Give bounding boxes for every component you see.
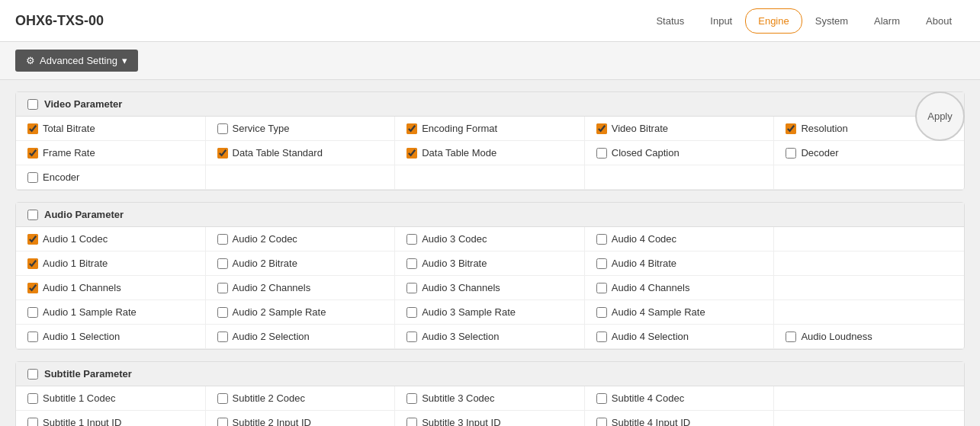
param-label-subtitle2-codec[interactable]: Subtitle 2 Codec <box>233 392 305 404</box>
param-label-audio4-sample-rate[interactable]: Audio 4 Sample Rate <box>612 306 705 318</box>
param-label-service-type[interactable]: Service Type <box>233 123 290 134</box>
param-label-subtitle4-codec[interactable]: Subtitle 4 Codec <box>612 392 684 404</box>
param-label-subtitle3-codec[interactable]: Subtitle 3 Codec <box>422 392 494 404</box>
nav-item-status[interactable]: Status <box>643 8 697 34</box>
param-label-audio-loudness[interactable]: Audio Loudness <box>801 331 872 342</box>
param-checkbox-audio3-sample-rate[interactable] <box>406 307 417 318</box>
param-checkbox-audio3-selection[interactable] <box>406 332 417 342</box>
param-label-audio2-codec[interactable]: Audio 2 Codec <box>233 233 297 245</box>
param-checkbox-video-bitrate[interactable] <box>596 123 607 134</box>
param-checkbox-audio2-bitrate[interactable] <box>217 258 228 269</box>
param-checkbox-subtitle1-codec[interactable] <box>27 393 38 404</box>
param-checkbox-audio4-codec[interactable] <box>596 234 607 245</box>
param-checkbox-subtitle2-input-id[interactable] <box>217 418 228 427</box>
param-checkbox-audio4-bitrate[interactable] <box>596 258 607 269</box>
toolbar: ⚙ Advanced Setting ▾ <box>0 42 980 80</box>
param-checkbox-total-bitrate[interactable] <box>27 123 38 134</box>
param-checkbox-audio2-sample-rate[interactable] <box>217 307 228 318</box>
param-checkbox-audio2-channels[interactable] <box>217 283 228 293</box>
param-checkbox-audio1-channels[interactable] <box>27 283 38 293</box>
param-checkbox-service-type[interactable] <box>217 123 228 134</box>
param-label-audio4-channels[interactable]: Audio 4 Channels <box>612 282 690 293</box>
param-checkbox-audio3-channels[interactable] <box>406 283 417 293</box>
param-label-resolution[interactable]: Resolution <box>801 123 847 134</box>
param-checkbox-audio1-bitrate[interactable] <box>27 258 38 269</box>
param-checkbox-closed-caption[interactable] <box>596 148 607 159</box>
param-label-audio4-selection[interactable]: Audio 4 Selection <box>612 331 689 342</box>
param-label-audio3-selection[interactable]: Audio 3 Selection <box>422 331 499 342</box>
param-checkbox-encoder[interactable] <box>27 172 38 183</box>
section-header-subtitle: Subtitle Parameter <box>16 362 964 386</box>
param-checkbox-data-table-mode[interactable] <box>406 148 417 159</box>
param-label-audio1-channels[interactable]: Audio 1 Channels <box>43 282 121 293</box>
param-label-closed-caption[interactable]: Closed Caption <box>612 147 680 159</box>
nav-item-about[interactable]: About <box>913 8 965 34</box>
param-label-audio3-sample-rate[interactable]: Audio 3 Sample Rate <box>422 306 516 318</box>
param-checkbox-audio2-codec[interactable] <box>217 234 228 245</box>
param-checkbox-subtitle4-input-id[interactable] <box>596 418 607 427</box>
param-label-encoding-format[interactable]: Encoding Format <box>422 123 497 134</box>
param-label-encoder[interactable]: Encoder <box>43 171 79 183</box>
param-label-data-table-mode[interactable]: Data Table Mode <box>422 147 496 159</box>
param-checkbox-subtitle1-input-id[interactable] <box>27 418 38 427</box>
param-checkbox-audio1-sample-rate[interactable] <box>27 307 38 318</box>
param-checkbox-subtitle3-input-id[interactable] <box>406 418 417 427</box>
nav-item-engine[interactable]: Engine <box>745 8 802 34</box>
apply-button[interactable]: Apply <box>915 91 965 141</box>
param-label-audio1-bitrate[interactable]: Audio 1 Bitrate <box>43 258 108 269</box>
param-label-audio3-channels[interactable]: Audio 3 Channels <box>422 282 500 293</box>
section-checkbox-audio[interactable] <box>27 210 38 220</box>
section-checkbox-video[interactable] <box>27 99 38 110</box>
nav-item-input[interactable]: Input <box>697 8 745 34</box>
param-cell-closed-caption: Closed Caption <box>585 141 775 165</box>
param-label-subtitle4-input-id[interactable]: Subtitle 4 Input ID <box>612 417 690 426</box>
param-label-audio4-codec[interactable]: Audio 4 Codec <box>612 233 676 245</box>
param-checkbox-encoding-format[interactable] <box>406 123 417 134</box>
param-label-audio2-selection[interactable]: Audio 2 Selection <box>233 331 310 342</box>
param-checkbox-audio1-selection[interactable] <box>27 332 38 342</box>
param-checkbox-frame-rate[interactable] <box>27 148 38 159</box>
param-checkbox-decoder[interactable] <box>786 148 796 159</box>
param-label-audio4-bitrate[interactable]: Audio 4 Bitrate <box>612 258 676 269</box>
param-checkbox-audio3-codec[interactable] <box>406 234 417 245</box>
param-checkbox-data-table-standard[interactable] <box>217 148 228 159</box>
section-audio: Audio ParameterAudio 1 CodecAudio 2 Code… <box>15 202 965 350</box>
param-cell-subtitle1-codec: Subtitle 1 Codec <box>16 386 206 411</box>
param-checkbox-subtitle4-codec[interactable] <box>596 393 607 404</box>
param-label-subtitle3-input-id[interactable]: Subtitle 3 Input ID <box>422 417 500 426</box>
param-checkbox-audio2-selection[interactable] <box>217 332 228 342</box>
param-label-frame-rate[interactable]: Frame Rate <box>43 147 95 159</box>
param-checkbox-audio4-selection[interactable] <box>596 332 607 342</box>
param-label-audio2-bitrate[interactable]: Audio 2 Bitrate <box>233 258 297 269</box>
param-label-audio3-codec[interactable]: Audio 3 Codec <box>422 233 487 245</box>
param-label-video-bitrate[interactable]: Video Bitrate <box>612 123 668 134</box>
param-label-subtitle1-input-id[interactable]: Subtitle 1 Input ID <box>43 417 121 426</box>
param-label-audio2-sample-rate[interactable]: Audio 2 Sample Rate <box>233 306 326 318</box>
param-label-decoder[interactable]: Decoder <box>801 147 838 159</box>
param-checkbox-resolution[interactable] <box>786 123 796 134</box>
param-cell-audio4-selection: Audio 4 Selection <box>585 325 775 349</box>
param-label-subtitle2-input-id[interactable]: Subtitle 2 Input ID <box>233 417 311 426</box>
param-label-data-table-standard[interactable]: Data Table Standard <box>233 147 323 159</box>
nav-item-alarm[interactable]: Alarm <box>861 8 913 34</box>
param-cell-subtitle2-input-id: Subtitle 2 Input ID <box>206 411 396 426</box>
param-checkbox-audio1-codec[interactable] <box>27 234 38 245</box>
nav-item-system[interactable]: System <box>802 8 861 34</box>
param-checkbox-audio3-bitrate[interactable] <box>406 258 417 269</box>
param-checkbox-audio-loudness[interactable] <box>786 332 796 342</box>
param-checkbox-audio4-sample-rate[interactable] <box>596 307 607 318</box>
param-checkbox-subtitle2-codec[interactable] <box>217 393 228 404</box>
advanced-setting-button[interactable]: ⚙ Advanced Setting ▾ <box>15 50 138 72</box>
param-label-audio2-channels[interactable]: Audio 2 Channels <box>233 282 311 293</box>
param-checkbox-subtitle3-codec[interactable] <box>406 393 417 404</box>
param-label-audio1-codec[interactable]: Audio 1 Codec <box>43 233 108 245</box>
param-label-subtitle1-codec[interactable]: Subtitle 1 Codec <box>43 392 115 404</box>
section-checkbox-subtitle[interactable] <box>27 369 38 380</box>
param-label-audio3-bitrate[interactable]: Audio 3 Bitrate <box>422 258 487 269</box>
param-label-total-bitrate[interactable]: Total Bitrate <box>43 123 95 134</box>
param-cell-subtitle3-codec: Subtitle 3 Codec <box>395 386 585 411</box>
param-label-audio1-selection[interactable]: Audio 1 Selection <box>43 331 120 342</box>
param-checkbox-audio4-channels[interactable] <box>596 283 607 293</box>
param-cell-audio3-channels: Audio 3 Channels <box>395 276 585 300</box>
param-label-audio1-sample-rate[interactable]: Audio 1 Sample Rate <box>43 306 137 318</box>
